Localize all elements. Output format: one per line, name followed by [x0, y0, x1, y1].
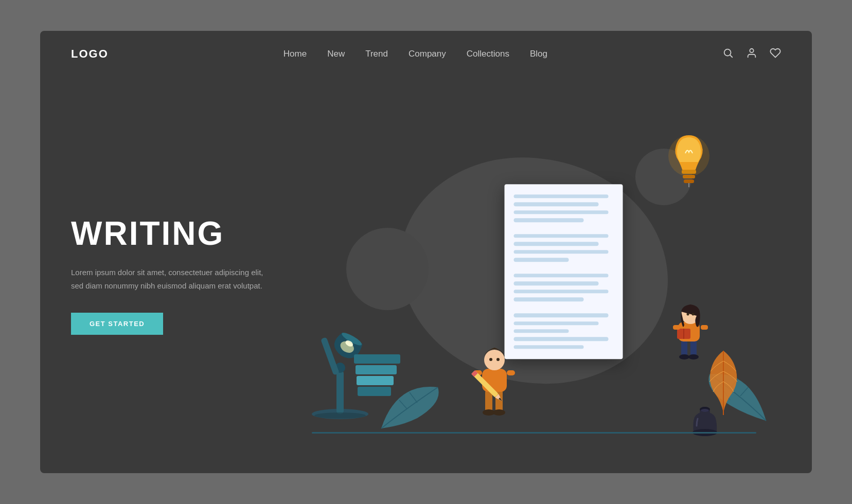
svg-rect-28: [482, 369, 507, 392]
svg-point-47: [691, 313, 694, 316]
search-icon[interactable]: [722, 47, 734, 61]
svg-point-29: [484, 350, 505, 370]
nav-icons: [722, 47, 781, 61]
svg-point-53: [701, 409, 709, 412]
lightbulb-icon: [666, 133, 712, 189]
logo[interactable]: LOGO: [71, 47, 109, 61]
svg-rect-4: [336, 370, 344, 414]
svg-rect-33: [507, 370, 515, 375]
page-wrapper: LOGO Home New Trend Company Collections …: [40, 31, 812, 473]
hero-illustration: [287, 77, 781, 473]
books-stack: [351, 354, 403, 398]
heart-icon[interactable]: [770, 47, 781, 61]
svg-point-0: [724, 49, 731, 56]
svg-rect-48: [673, 325, 680, 330]
cta-button[interactable]: GET STARTED: [71, 313, 163, 335]
hero-description: Lorem ipsum dolor sit amet, consectetuer…: [71, 266, 267, 292]
svg-point-30: [489, 358, 492, 361]
navbar: LOGO Home New Trend Company Collections …: [40, 31, 812, 77]
svg-point-2: [750, 48, 753, 52]
document: [505, 184, 623, 359]
svg-rect-38: [681, 339, 687, 357]
svg-rect-18: [358, 387, 391, 396]
nav-links: Home New Trend Company Collections Blog: [283, 49, 547, 59]
hero-section: WRITING Lorem ipsum dolor sit amet, cons…: [40, 77, 812, 473]
svg-point-31: [496, 358, 500, 361]
user-icon[interactable]: [746, 47, 757, 61]
svg-point-10: [314, 412, 366, 419]
svg-point-40: [679, 354, 689, 359]
nav-item-company[interactable]: Company: [409, 49, 446, 59]
svg-line-1: [730, 55, 732, 57]
svg-rect-49: [701, 325, 708, 330]
nav-item-blog[interactable]: Blog: [530, 49, 547, 59]
svg-rect-15: [354, 354, 400, 364]
nav-item-collections[interactable]: Collections: [467, 49, 509, 59]
svg-rect-17: [357, 376, 394, 385]
svg-rect-16: [356, 365, 397, 374]
nav-item-trend[interactable]: Trend: [365, 49, 388, 59]
ground-line: [312, 432, 756, 434]
hero-left: WRITING Lorem ipsum dolor sit amet, cons…: [71, 215, 287, 335]
svg-rect-22: [684, 179, 694, 183]
svg-point-27: [493, 409, 505, 416]
svg-rect-21: [683, 175, 695, 178]
hero-title: WRITING: [71, 215, 287, 251]
person-writer-icon: [469, 335, 520, 418]
svg-rect-39: [690, 339, 697, 357]
nav-item-home[interactable]: Home: [283, 49, 307, 59]
svg-rect-20: [682, 170, 696, 174]
nav-item-new[interactable]: New: [327, 49, 345, 59]
svg-point-41: [688, 354, 699, 359]
svg-point-46: [686, 313, 689, 316]
